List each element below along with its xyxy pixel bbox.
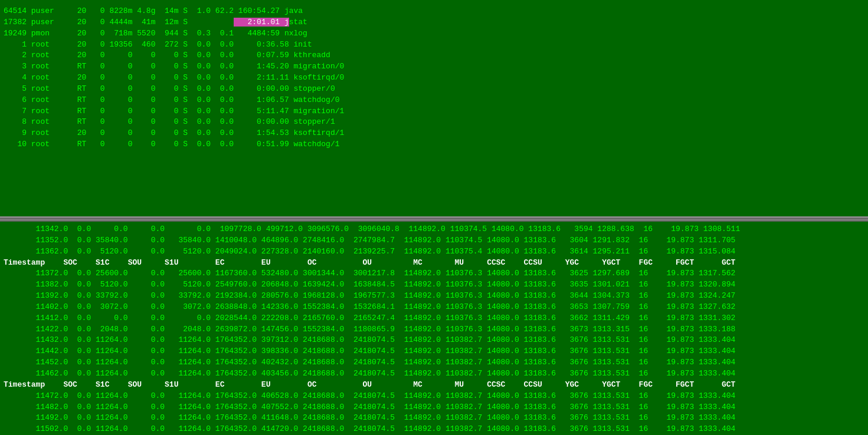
jstat-row: 11442.0 0.0 11264.0 0.0 11264.0 1764352.… — [4, 346, 864, 357]
jstat-row: 11362.0 0.0 5120.0 0.0 5120.0 2049024.0 … — [4, 246, 864, 258]
process-row: 3 root RT 0 0 0 0 S 0.0 0.0 1:45.20 migr… — [4, 61, 864, 72]
jstat-row: 11342.0 0.0 0.0 0.0 0.0 1097728.0 499712… — [4, 224, 864, 235]
top-terminal-panel: 64514 puser 20 0 8228m 4.8g 14m S 1.0 62… — [0, 0, 868, 218]
process-row: 4 root 20 0 0 0 0 S 0.0 0.0 2:11.11 ksof… — [4, 72, 864, 84]
jstat-row: 11412.0 0.0 0.0 0.0 0.0 2028544.0 222208… — [4, 313, 864, 324]
jstat-row: 11462.0 0.0 11264.0 0.0 11264.0 1764352.… — [4, 368, 864, 380]
process-table: 64514 puser 20 0 8228m 4.8g 14m S 1.0 62… — [4, 6, 864, 150]
jstat-row: 11452.0 0.0 11264.0 0.0 11264.0 1764352.… — [4, 357, 864, 368]
jstat-row: 11482.0 0.0 11264.0 0.0 11264.0 1764352.… — [4, 402, 864, 413]
jstat-row: 11372.0 0.0 25600.0 0.0 25600.0 1167360.… — [4, 268, 864, 279]
bottom-terminal-panel: 11342.0 0.0 0.0 0.0 0.0 1097728.0 499712… — [0, 222, 868, 435]
jstat-row: 11502.0 0.0 11264.0 0.0 11264.0 1764352.… — [4, 424, 864, 435]
jstat-row: 11402.0 0.0 3072.0 0.0 3072.0 2638848.0 … — [4, 302, 864, 313]
process-row: 2 root 20 0 0 0 0 S 0.0 0.0 0:07.59 kthr… — [4, 50, 864, 61]
jstat-row: 11352.0 0.0 35840.0 0.0 35840.0 1410048.… — [4, 235, 864, 246]
process-row: 1 root 20 0 19356 460 272 S 0.0 0.0 0:36… — [4, 39, 864, 51]
jstat-row: 11382.0 0.0 5120.0 0.0 5120.0 2549760.0 … — [4, 279, 864, 291]
process-row: 19249 pmon 20 0 718m 5520 944 S 0.3 0.1 … — [4, 28, 864, 39]
jstat-row: 11492.0 0.0 11264.0 0.0 11264.0 1764352.… — [4, 413, 864, 424]
jstat-table: 11342.0 0.0 0.0 0.0 0.0 1097728.0 499712… — [4, 224, 864, 435]
process-row: 6 root RT 0 0 0 0 S 0.0 0.0 1:06.57 watc… — [4, 95, 864, 106]
process-row: 9 root 20 0 0 0 0 S 0.0 0.0 1:54.53 ksof… — [4, 128, 864, 139]
jstat-row: 11432.0 0.0 11264.0 0.0 11264.0 1764352.… — [4, 335, 864, 346]
process-row: 8 root RT 0 0 0 0 S 0.0 0.0 0:00.00 stop… — [4, 117, 864, 128]
process-row: 64514 puser 20 0 8228m 4.8g 14m S 1.0 62… — [4, 6, 864, 17]
process-row: 7 root RT 0 0 0 0 S 0.0 0.0 5:11.47 migr… — [4, 106, 864, 117]
process-row: 17382 puser 20 0 4444m 41m 12m S 2:01.01… — [4, 17, 864, 28]
jstat-row: Timestamp SOC S1C SOU S1U EC EU OC OU MC… — [4, 380, 864, 391]
jstat-row: 11422.0 0.0 2048.0 0.0 2048.0 2639872.0 … — [4, 324, 864, 335]
jstat-row: Timestamp SOC S1C SOU S1U EC EU OC OU MC… — [4, 258, 864, 269]
jstat-row: 11472.0 0.0 11264.0 0.0 11264.0 1764352.… — [4, 391, 864, 402]
jstat-row: 11392.0 0.0 33792.0 0.0 33792.0 2192384.… — [4, 291, 864, 302]
process-row: 5 root RT 0 0 0 0 S 0.0 0.0 0:00.00 stop… — [4, 84, 864, 95]
process-row: 10 root RT 0 0 0 0 S 0.0 0.0 0:51.99 wat… — [4, 139, 864, 150]
